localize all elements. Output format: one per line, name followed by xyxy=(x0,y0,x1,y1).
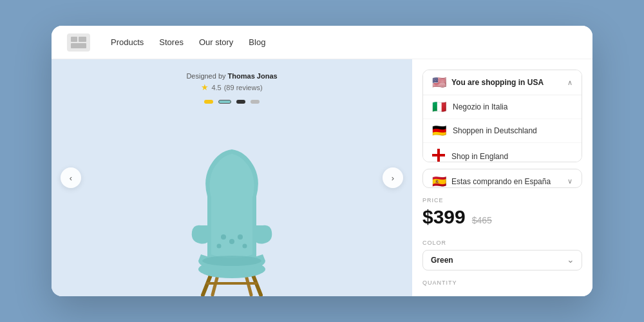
usa-flag: 🇺🇸 xyxy=(432,77,446,88)
svg-rect-0 xyxy=(71,37,77,42)
england-label: Shop in England xyxy=(451,152,508,161)
germany-flag: 🇩🇪 xyxy=(432,125,446,137)
italy-flag: 🇮🇹 xyxy=(432,101,446,113)
price-section: PRICE $399 $465 xyxy=(422,194,582,231)
option-italy[interactable]: 🇮🇹 Negozio in Italia xyxy=(423,95,582,119)
color-label: COLOR xyxy=(422,240,582,246)
swatch-dark[interactable] xyxy=(236,100,245,104)
quantity-label: QUANTITY xyxy=(422,279,582,286)
main-content: Designed by Thomas Jonas ★ 4.5 (89 revie… xyxy=(52,59,592,296)
svg-rect-2 xyxy=(71,43,86,48)
usa-country-selector: 🇺🇸 You are shopping in USA ∧ 🇮🇹 Negozio … xyxy=(422,70,582,162)
chair-image xyxy=(167,142,296,296)
next-arrow[interactable]: › xyxy=(383,167,403,188)
browser-window: Products Stores Our story Blog Designed … xyxy=(52,26,592,296)
italy-label: Negozio in Italia xyxy=(453,102,507,111)
spain-header-left: 🇪🇸 Estas comprando en España xyxy=(432,176,551,187)
nav-our-story[interactable]: Our story xyxy=(199,37,233,47)
swatch-gray[interactable] xyxy=(251,100,260,104)
product-section: Designed by Thomas Jonas ★ 4.5 (89 revie… xyxy=(52,59,412,296)
prev-arrow[interactable]: ‹ xyxy=(61,167,81,188)
spain-header[interactable]: 🇪🇸 Estas comprando en España ∨ xyxy=(423,169,582,188)
price-row: $399 $465 xyxy=(422,206,582,228)
nav-bar: Products Stores Our story Blog xyxy=(52,26,592,59)
england-flag xyxy=(432,149,445,162)
product-info: Designed by Thomas Jonas ★ 4.5 (89 revie… xyxy=(186,72,277,104)
color-select-wrapper: Green Blue Red Gray xyxy=(422,250,582,270)
color-section: COLOR Green Blue Red Gray xyxy=(422,237,582,273)
nav-blog[interactable]: Blog xyxy=(249,37,265,47)
color-select[interactable]: Green Blue Red Gray xyxy=(422,250,582,270)
country-dropdown: 🇮🇹 Negozio in Italia 🇩🇪 Shoppen in Deuts… xyxy=(423,95,582,162)
svg-rect-17 xyxy=(432,154,445,156)
option-germany[interactable]: 🇩🇪 Shoppen in Deutschland xyxy=(423,119,582,143)
logo xyxy=(67,33,90,52)
svg-point-9 xyxy=(221,234,226,240)
svg-point-13 xyxy=(243,244,247,249)
price-current: $399 xyxy=(422,206,466,228)
germany-label: Shoppen in Deutschland xyxy=(453,126,537,135)
spain-chevron: ∨ xyxy=(567,177,573,185)
svg-point-10 xyxy=(229,239,234,244)
color-swatches xyxy=(186,100,277,104)
spain-flag: 🇪🇸 xyxy=(432,176,446,187)
svg-rect-1 xyxy=(79,37,86,42)
usa-header-left: 🇺🇸 You are shopping in USA xyxy=(432,77,544,88)
designed-by: Designed by Thomas Jonas xyxy=(186,72,277,80)
nav-links: Products Stores Our story Blog xyxy=(111,37,265,47)
star-icon: ★ xyxy=(201,82,209,92)
nav-stores[interactable]: Stores xyxy=(159,37,184,47)
usa-header-text: You are shopping in USA xyxy=(451,78,544,87)
usa-country-header[interactable]: 🇺🇸 You are shopping in USA ∧ xyxy=(423,70,582,95)
svg-point-11 xyxy=(238,234,243,240)
nav-products[interactable]: Products xyxy=(111,37,144,47)
svg-point-12 xyxy=(217,244,222,249)
usa-chevron-up: ∧ xyxy=(567,79,573,87)
option-england[interactable]: Shop in England xyxy=(423,143,582,162)
quantity-section: QUANTITY xyxy=(422,279,582,286)
right-panel: 🇺🇸 You are shopping in USA ∧ 🇮🇹 Negozio … xyxy=(412,59,592,296)
price-label: PRICE xyxy=(422,197,582,204)
rating: ★ 4.5 (89 reviews) xyxy=(186,82,277,92)
spain-text: Estas comprando en España xyxy=(451,177,551,186)
spain-selector: 🇪🇸 Estas comprando en España ∨ xyxy=(422,169,582,188)
swatch-teal[interactable] xyxy=(218,100,231,104)
price-original: $465 xyxy=(472,215,492,225)
swatch-yellow[interactable] xyxy=(204,100,213,104)
svg-point-14 xyxy=(202,256,261,266)
